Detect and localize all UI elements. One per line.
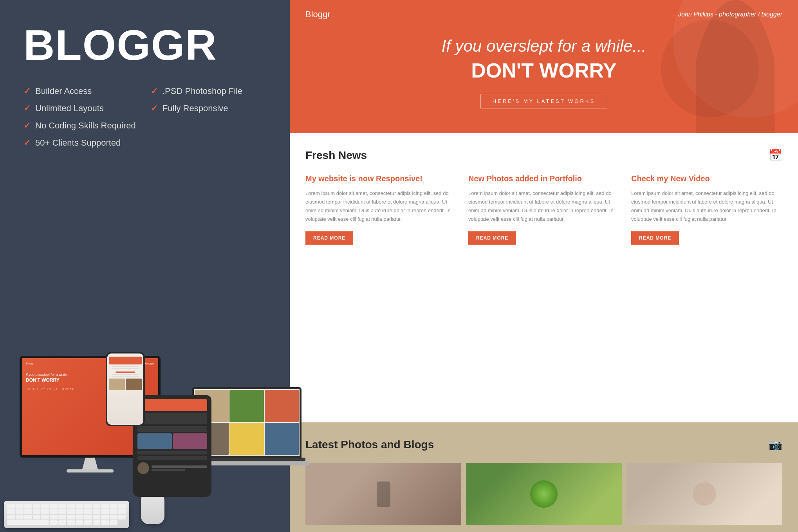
phone-screen — [107, 353, 143, 425]
hero-main-title: DON'T WORRY — [305, 59, 782, 82]
news-item-3: Check my New Video Lorem ipsum dolor sit… — [631, 173, 782, 245]
phone-device — [106, 352, 145, 426]
hero-subtitle: If you overslept for a while... — [305, 37, 782, 56]
photos-grid — [305, 463, 782, 525]
devices-container: Bloggr John Phillips - photographer / bl… — [0, 262, 298, 532]
news-body-2: Lorem ipsum dolor sit amet, consectetur … — [468, 189, 619, 224]
tablet-device — [133, 395, 211, 497]
hero-nav: Bloggr John Phillips - photographer / bl… — [290, 0, 798, 29]
check-icon-6: ✓ — [151, 103, 158, 114]
feature-label: Unlimited Layouts — [35, 103, 104, 114]
news-title-1: My website is now Responsive! — [305, 173, 457, 184]
photo-thumb-1 — [305, 463, 461, 525]
photo-thumb-2 — [466, 463, 622, 525]
latest-photos-title: Latest Photos and Blogs — [305, 438, 434, 451]
latest-photos-section: Latest Photos and Blogs 📷 — [290, 422, 798, 532]
tablet-screen — [135, 397, 209, 495]
feature-clients: ✓ 50+ Clients Supported — [23, 138, 139, 148]
feature-label: 50+ Clients Supported — [35, 138, 121, 148]
features-col2: ✓ .PSD Photoshop File ✓ Fully Responsive — [151, 86, 266, 148]
brand-title: BLOGGR — [23, 23, 266, 67]
feature-label: No Coding Skills Required — [35, 121, 136, 131]
features-col1: ✓ Builder Access ✓ Unlimited Layouts ✓ N… — [23, 86, 139, 148]
read-more-3[interactable]: READ MORE — [631, 231, 679, 245]
right-panel: Bloggr John Phillips - photographer / bl… — [290, 0, 798, 532]
calendar-icon: 📅 — [769, 149, 782, 162]
check-icon-4: ✓ — [23, 138, 31, 148]
news-title-2: New Photos added in Portfolio — [468, 173, 619, 184]
check-icon-2: ✓ — [23, 103, 31, 114]
fresh-news-header: Fresh News 📅 — [305, 149, 782, 162]
hero-cta-button[interactable]: HERE'S MY LATEST WORKS — [480, 94, 607, 108]
left-panel: BLOGGR ✓ Builder Access ✓ Unlimited Layo… — [0, 0, 290, 532]
photo-thumb-3 — [626, 463, 782, 525]
feature-unlimited-layouts: ✓ Unlimited Layouts — [23, 103, 139, 114]
news-body-3: Lorem ipsum dolor sit amet, consectetur … — [631, 189, 782, 224]
check-icon-3: ✓ — [23, 121, 31, 131]
news-item-1: My website is now Responsive! Lorem ipsu… — [305, 173, 457, 245]
feature-label: Builder Access — [35, 86, 92, 96]
feature-label: .PSD Photoshop File — [162, 86, 242, 96]
fresh-news-title: Fresh News — [305, 149, 367, 162]
read-more-2[interactable]: READ MORE — [468, 231, 516, 245]
news-title-3: Check my New Video — [631, 173, 782, 184]
news-grid: My website is now Responsive! Lorem ipsu… — [305, 173, 782, 245]
latest-photos-header: Latest Photos and Blogs 📷 — [305, 438, 782, 451]
hero-logo: Bloggr — [305, 9, 330, 20]
feature-psd: ✓ .PSD Photoshop File — [151, 86, 266, 96]
news-body-1: Lorem ipsum dolor sit amet, consectetur … — [305, 189, 457, 224]
feature-responsive: ✓ Fully Responsive — [151, 103, 266, 114]
check-icon-5: ✓ — [151, 86, 158, 96]
feature-label: Fully Responsive — [162, 103, 228, 114]
features-grid: ✓ Builder Access ✓ Unlimited Layouts ✓ N… — [23, 86, 266, 148]
read-more-1[interactable]: READ MORE — [305, 231, 353, 245]
hero-author: John Phillips - photographer / blogger — [678, 11, 782, 18]
feature-builder-access: ✓ Builder Access — [23, 86, 139, 96]
hero-section: Bloggr John Phillips - photographer / bl… — [290, 0, 798, 133]
fresh-news-section: Fresh News 📅 My website is now Responsiv… — [290, 133, 798, 422]
news-item-2: New Photos added in Portfolio Lorem ipsu… — [468, 173, 619, 245]
keyboard — [4, 501, 129, 528]
check-icon-1: ✓ — [23, 86, 31, 96]
camera-icon: 📷 — [769, 438, 782, 451]
hero-content: If you overslept for a while... DON'T WO… — [290, 29, 798, 116]
feature-no-coding: ✓ No Coding Skills Required — [23, 121, 139, 131]
